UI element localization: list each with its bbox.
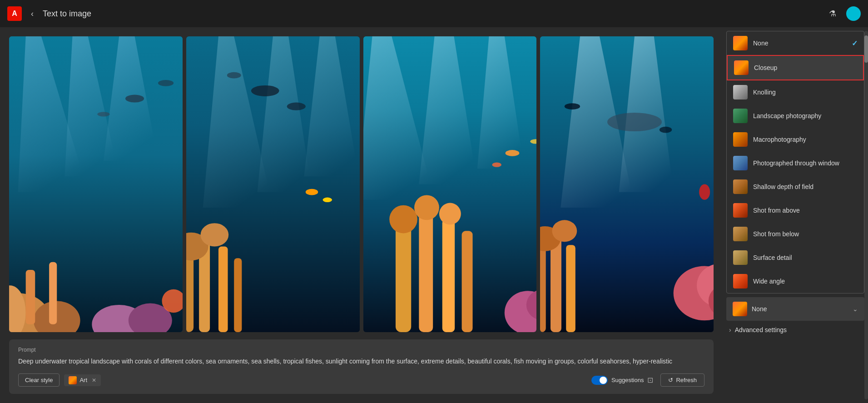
art-tag-label: Art bbox=[79, 377, 87, 383]
style-label-above: Shot from above bbox=[753, 207, 858, 214]
style-label-macro: Macrophotography bbox=[753, 136, 858, 143]
svg-point-53 bbox=[607, 113, 662, 131]
style-option-below[interactable]: Shot from below bbox=[727, 222, 864, 246]
svg-rect-25 bbox=[218, 247, 228, 332]
selector-thumbnail bbox=[733, 302, 747, 316]
style-option-closeup[interactable]: Closeup bbox=[727, 55, 864, 80]
advanced-settings-label: Advanced settings bbox=[735, 326, 787, 333]
style-selector[interactable]: None ⌄ bbox=[726, 297, 864, 321]
svg-point-21 bbox=[287, 103, 305, 110]
style-option-shallow[interactable]: Shallow depth of field bbox=[727, 175, 864, 199]
prompt-panel: Prompt Deep underwater tropical landscap… bbox=[9, 339, 714, 394]
style-thumbnail-none bbox=[733, 36, 748, 50]
svg-point-50 bbox=[565, 103, 580, 109]
style-label-closeup: Closeup bbox=[754, 64, 857, 71]
generated-image-2[interactable] bbox=[186, 36, 360, 332]
svg-rect-59 bbox=[566, 245, 575, 332]
center-panel: Prompt Deep underwater tropical landscap… bbox=[0, 27, 723, 403]
svg-rect-12 bbox=[49, 262, 57, 324]
svg-point-35 bbox=[505, 150, 519, 156]
svg-point-30 bbox=[322, 198, 332, 202]
svg-point-28 bbox=[200, 223, 228, 246]
svg-rect-57 bbox=[540, 247, 546, 332]
app-header: A ‹ Text to image ⚗ bbox=[0, 0, 868, 27]
clear-style-button[interactable]: Clear style bbox=[18, 373, 60, 387]
generated-image-4[interactable] bbox=[540, 36, 714, 332]
svg-rect-26 bbox=[234, 258, 242, 332]
style-label-surface: Surface detail bbox=[753, 254, 858, 261]
style-option-wide[interactable]: Wide angle bbox=[727, 269, 864, 293]
style-thumbnail-above bbox=[733, 203, 748, 218]
svg-point-6 bbox=[158, 80, 174, 86]
style-label-shallow: Shallow depth of field bbox=[753, 183, 858, 190]
style-thumbnail-shallow bbox=[733, 179, 748, 194]
style-label-window: Photographed through window bbox=[753, 159, 858, 167]
style-thumbnail-below bbox=[733, 227, 748, 241]
image-grid bbox=[9, 36, 714, 332]
svg-point-22 bbox=[227, 72, 241, 79]
flask-icon[interactable]: ⚗ bbox=[826, 7, 839, 20]
suggestions-switch[interactable] bbox=[591, 376, 608, 385]
svg-rect-38 bbox=[395, 223, 411, 332]
svg-rect-41 bbox=[461, 231, 472, 332]
style-option-landscape[interactable]: Landscape photography bbox=[727, 104, 864, 128]
style-option-none[interactable]: None ✓ bbox=[727, 31, 864, 55]
style-option-surface[interactable]: Surface detail bbox=[727, 246, 864, 269]
header-left: A ‹ Text to image bbox=[7, 6, 91, 21]
svg-rect-40 bbox=[442, 219, 454, 332]
style-thumbnail-landscape bbox=[733, 109, 748, 123]
svg-point-44 bbox=[439, 203, 461, 225]
svg-point-37 bbox=[492, 163, 501, 167]
svg-point-43 bbox=[414, 195, 439, 220]
style-thumbnail-window bbox=[733, 156, 748, 170]
back-button[interactable]: ‹ bbox=[27, 7, 37, 20]
prompt-actions: Clear style Art ✕ Suggestions ⊡ bbox=[18, 373, 704, 387]
avatar[interactable] bbox=[846, 6, 861, 21]
art-tag-close-button[interactable]: ✕ bbox=[92, 377, 96, 383]
style-option-macro[interactable]: Macrophotography bbox=[727, 128, 864, 151]
svg-point-42 bbox=[389, 205, 417, 234]
svg-point-29 bbox=[306, 189, 318, 195]
svg-point-5 bbox=[97, 112, 109, 116]
selector-label: None bbox=[752, 305, 848, 313]
generated-image-1[interactable] bbox=[9, 36, 183, 332]
style-option-above[interactable]: Shot from above bbox=[727, 199, 864, 222]
style-label-wide: Wide angle bbox=[753, 278, 858, 285]
generated-image-3[interactable] bbox=[363, 36, 537, 332]
svg-point-4 bbox=[125, 95, 144, 102]
header-right: ⚗ bbox=[826, 6, 861, 21]
style-option-window[interactable]: Photographed through window bbox=[727, 151, 864, 175]
chevron-down-icon: ⌄ bbox=[853, 305, 858, 313]
chevron-right-icon: › bbox=[729, 326, 731, 333]
right-sidebar: None ✓ Closeup Knolling La bbox=[723, 27, 868, 403]
main-content: Prompt Deep underwater tropical landscap… bbox=[0, 27, 868, 403]
svg-point-61 bbox=[552, 220, 577, 242]
svg-point-20 bbox=[251, 85, 279, 96]
style-label-landscape: Landscape photography bbox=[753, 112, 858, 119]
sidebar-scrollbar[interactable] bbox=[864, 31, 868, 399]
svg-rect-23 bbox=[186, 254, 193, 332]
page-title: Text to image bbox=[43, 9, 91, 19]
suggestions-info-icon[interactable]: ⊡ bbox=[647, 376, 653, 384]
svg-rect-11 bbox=[26, 270, 35, 324]
toggle-knob bbox=[600, 377, 607, 384]
style-option-knolling[interactable]: Knolling bbox=[727, 80, 864, 104]
advanced-settings[interactable]: › Advanced settings bbox=[723, 321, 868, 339]
style-thumbnail-closeup bbox=[734, 60, 749, 75]
suggestions-label: Suggestions bbox=[611, 377, 644, 383]
style-thumbnail-surface bbox=[733, 250, 748, 265]
suggestions-toggle: Suggestions ⊡ bbox=[591, 376, 654, 385]
scrollbar-thumb[interactable] bbox=[864, 35, 868, 63]
style-thumbnail-knolling bbox=[733, 85, 748, 100]
prompt-label: Prompt bbox=[18, 347, 704, 353]
style-thumbnail-wide bbox=[733, 274, 748, 289]
prompt-actions-right: Suggestions ⊡ ↺ Refresh bbox=[591, 373, 704, 387]
art-tag: Art ✕ bbox=[64, 374, 101, 386]
style-thumbnail-macro bbox=[733, 132, 748, 147]
style-label-knolling: Knolling bbox=[753, 89, 858, 96]
refresh-label: Refresh bbox=[676, 377, 697, 383]
svg-rect-39 bbox=[419, 211, 433, 332]
svg-point-51 bbox=[660, 127, 672, 133]
refresh-button[interactable]: ↺ Refresh bbox=[660, 373, 704, 387]
refresh-icon: ↺ bbox=[668, 377, 673, 383]
